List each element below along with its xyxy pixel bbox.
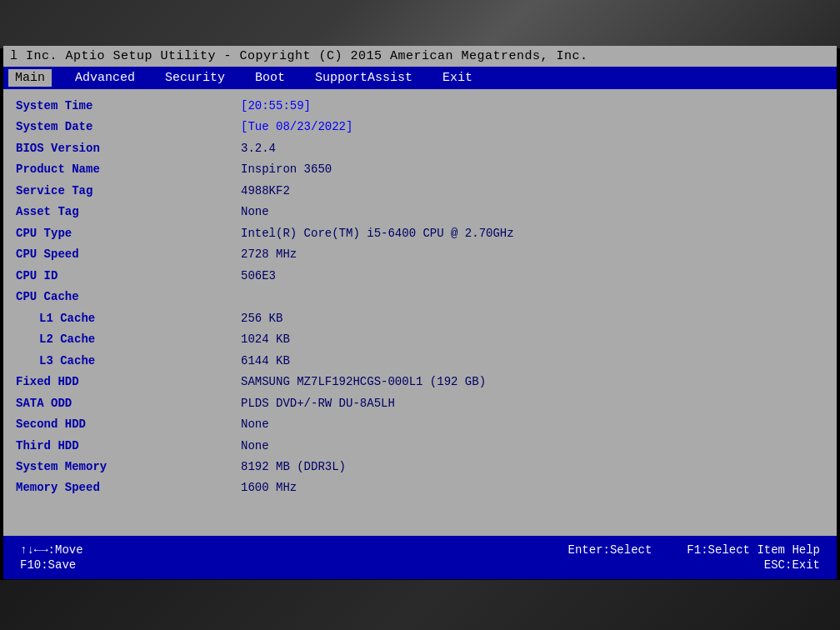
- field-label-8: CPU Speed: [16, 244, 241, 265]
- field-label-16: Second HDD: [16, 414, 241, 435]
- field-row-14: Fixed HDDSAMSUNG MZ7LF192HCGS-000L1 (192…: [16, 372, 824, 392]
- field-value-10: [241, 287, 824, 308]
- field-label-0: System Time: [16, 96, 241, 117]
- nav-supportassist[interactable]: SupportAssist: [308, 69, 419, 87]
- status-left: ↑↓←→:Move F10:Save: [20, 543, 83, 572]
- field-value-7: Intel(R) Core(TM) i5-6400 CPU @ 2.70GHz: [241, 223, 824, 244]
- nav-main[interactable]: Main: [8, 69, 52, 87]
- field-value-1[interactable]: [Tue 08/23/2022]: [241, 117, 824, 138]
- status-move: ↑↓←→:Move: [20, 543, 83, 557]
- photo-top: [0, 0, 840, 48]
- field-row-5: Service Tag4988KF2: [16, 181, 824, 202]
- field-value-11: 256 KB: [241, 308, 824, 329]
- field-row-19: Memory Speed1600 MHz: [16, 478, 824, 498]
- status-right: Enter:Select F1:Select Item Help ESC:Exi…: [568, 543, 820, 572]
- field-label-10: CPU Cache: [16, 287, 241, 308]
- field-value-16: None: [241, 414, 824, 435]
- field-row-1: System Date[Tue 08/23/2022]: [16, 117, 824, 138]
- field-value-17: None: [241, 436, 824, 457]
- field-row-16: Second HDDNone: [16, 414, 824, 435]
- field-label-5: Service Tag: [16, 181, 241, 202]
- bios-screen: l Inc. Aptio Setup Utility - Copyright (…: [3, 46, 837, 579]
- field-row-13: L3 Cache6144 KB: [16, 351, 824, 372]
- nav-boot[interactable]: Boot: [248, 69, 292, 87]
- field-label-7: CPU Type: [16, 223, 241, 244]
- field-row-18: System Memory8192 MB (DDR3L): [16, 457, 824, 478]
- field-row-6: Asset TagNone: [16, 202, 824, 222]
- field-label-15: SATA ODD: [16, 393, 241, 414]
- field-label-14: Fixed HDD: [16, 372, 241, 392]
- nav-exit[interactable]: Exit: [436, 69, 479, 87]
- photo-bottom: [0, 580, 840, 630]
- field-value-8: 2728 MHz: [241, 244, 824, 265]
- field-value-18: 8192 MB (DDR3L): [241, 457, 824, 478]
- field-label-12: L2 Cache: [16, 329, 241, 350]
- title-bar: l Inc. Aptio Setup Utility - Copyright (…: [3, 46, 837, 67]
- title-text: l Inc. Aptio Setup Utility - Copyright (…: [10, 49, 588, 63]
- field-row-3: BIOS Version3.2.4: [16, 138, 824, 159]
- field-row-7: CPU TypeIntel(R) Core(TM) i5-6400 CPU @ …: [16, 223, 824, 244]
- field-row-17: Third HDDNone: [16, 436, 824, 457]
- field-value-4: Inspiron 3650: [241, 159, 824, 180]
- status-enter: Enter:Select F1:Select Item Help: [568, 543, 820, 557]
- nav-security[interactable]: Security: [158, 69, 232, 87]
- field-label-6: Asset Tag: [16, 202, 241, 222]
- nav-advanced[interactable]: Advanced: [68, 69, 142, 87]
- field-label-9: CPU ID: [16, 266, 241, 287]
- field-label-11: L1 Cache: [16, 308, 241, 329]
- status-esc: ESC:Exit: [764, 558, 820, 572]
- field-value-5: 4988KF2: [241, 181, 824, 202]
- field-row-15: SATA ODDPLDS DVD+/-RW DU-8A5LH: [16, 393, 824, 414]
- field-value-3: 3.2.4: [241, 138, 824, 159]
- field-value-15: PLDS DVD+/-RW DU-8A5LH: [241, 393, 824, 414]
- field-row-12: L2 Cache1024 KB: [16, 329, 824, 350]
- field-label-18: System Memory: [16, 457, 241, 478]
- field-label-17: Third HDD: [16, 436, 241, 457]
- field-value-0[interactable]: [20:55:59]: [241, 96, 824, 117]
- field-row-8: CPU Speed2728 MHz: [16, 244, 824, 265]
- field-label-3: BIOS Version: [16, 138, 241, 159]
- field-label-13: L3 Cache: [16, 351, 241, 372]
- status-bar: ↑↓←→:Move F10:Save Enter:Select F1:Selec…: [3, 536, 837, 579]
- field-value-19: 1600 MHz: [241, 478, 824, 498]
- field-value-13: 6144 KB: [241, 351, 824, 372]
- status-save: F10:Save: [20, 558, 83, 572]
- field-row-0: System Time[20:55:59]: [16, 96, 824, 117]
- field-value-9: 506E3: [241, 266, 824, 287]
- fields-area: System Time[20:55:59]System Date[Tue 08/…: [3, 89, 837, 579]
- field-row-9: CPU ID506E3: [16, 266, 824, 287]
- field-value-12: 1024 KB: [241, 329, 824, 350]
- field-label-19: Memory Speed: [16, 478, 241, 498]
- field-label-1: System Date: [16, 117, 241, 138]
- field-row-11: L1 Cache256 KB: [16, 308, 824, 329]
- nav-bar: Main Advanced Security Boot SupportAssis…: [3, 67, 837, 89]
- field-row-10: CPU Cache: [16, 287, 824, 308]
- field-row-4: Product NameInspiron 3650: [16, 159, 824, 180]
- field-value-6: None: [241, 202, 824, 222]
- field-value-14: SAMSUNG MZ7LF192HCGS-000L1 (192 GB): [241, 372, 824, 392]
- field-label-4: Product Name: [16, 159, 241, 180]
